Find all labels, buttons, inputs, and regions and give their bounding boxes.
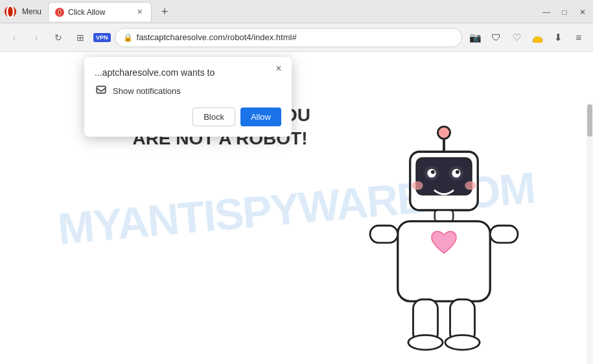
popup-title: ...aptcharesolve.com wants to (95, 67, 281, 78)
svg-point-13 (456, 170, 459, 174)
tab-close-button[interactable]: ✕ (134, 7, 145, 17)
page-content: MYANTISPYWARE.COM CONFIRM THAT YOU ARE N… (0, 52, 593, 364)
menu-label[interactable]: Menu (22, 7, 41, 16)
popup-buttons: Block Allow (95, 108, 281, 126)
forward-button[interactable]: › (27, 28, 45, 47)
shield-icon[interactable]: 🛡 (487, 28, 505, 47)
robot-illustration (347, 118, 541, 364)
permission-text: Show notifications (113, 86, 181, 96)
svg-point-15 (465, 181, 476, 190)
svg-rect-7 (416, 158, 472, 195)
notification-popup: × ...aptcharesolve.com wants to Show not… (84, 57, 292, 137)
tab-bar: Menu Click Allow ✕ + — □ ✕ (0, 0, 593, 23)
svg-point-22 (408, 335, 443, 350)
url-bar[interactable]: 🔒 fastcaptcharesolve.com/robot4/index.ht… (115, 28, 462, 47)
maximize-button[interactable]: □ (557, 5, 572, 20)
svg-rect-17 (398, 222, 491, 302)
menu-icon[interactable]: ≡ (570, 28, 588, 47)
reload-button[interactable]: ↻ (49, 28, 67, 47)
opera-logo[interactable] (3, 4, 18, 19)
svg-point-14 (412, 181, 423, 190)
scrollbar-thumb[interactable] (587, 104, 592, 137)
tab-bar-right: — □ ✕ (539, 5, 590, 23)
minimize-button[interactable]: — (539, 5, 554, 20)
wallet-icon[interactable]: 👝 (528, 28, 546, 47)
allow-button[interactable]: Allow (240, 108, 281, 126)
tab-title: Click Allow (68, 8, 130, 17)
heart-icon[interactable]: ♡ (507, 28, 526, 47)
svg-point-3 (58, 10, 61, 15)
url-text: fastcaptcharesolve.com/robot4/index.html… (137, 32, 454, 42)
toolbar-right: 📷 🛡 ♡ 👝 ⬇ ≡ (466, 28, 588, 47)
svg-rect-19 (490, 225, 518, 243)
svg-point-12 (431, 170, 435, 174)
tab-favicon (55, 8, 64, 17)
download-icon[interactable]: ⬇ (549, 28, 567, 47)
lock-icon: 🔒 (123, 33, 133, 42)
popup-permission-row: Show notifications (95, 84, 281, 97)
vpn-badge[interactable]: VPN (93, 33, 111, 42)
new-tab-button[interactable]: + (156, 3, 174, 21)
block-button[interactable]: Block (192, 108, 235, 126)
close-button[interactable]: ✕ (575, 5, 590, 20)
extensions-button[interactable]: ⊞ (71, 28, 89, 47)
address-bar: ‹ › ↻ ⊞ VPN 🔒 fastcaptcharesolve.com/rob… (0, 23, 593, 52)
notification-icon (95, 84, 108, 97)
popup-close-button[interactable]: × (272, 62, 285, 75)
svg-point-1 (7, 6, 14, 17)
svg-point-5 (438, 126, 450, 139)
scrollbar-track (587, 104, 593, 364)
browser-window: Menu Click Allow ✕ + — □ ✕ ‹ › ↻ (0, 0, 593, 364)
active-tab[interactable]: Click Allow ✕ (48, 2, 152, 21)
svg-rect-16 (435, 210, 454, 222)
back-button[interactable]: ‹ (5, 28, 23, 47)
tab-bar-left: Menu Click Allow ✕ + (3, 2, 174, 23)
camera-icon[interactable]: 📷 (466, 28, 484, 47)
svg-rect-18 (370, 225, 398, 243)
svg-point-23 (445, 335, 480, 350)
